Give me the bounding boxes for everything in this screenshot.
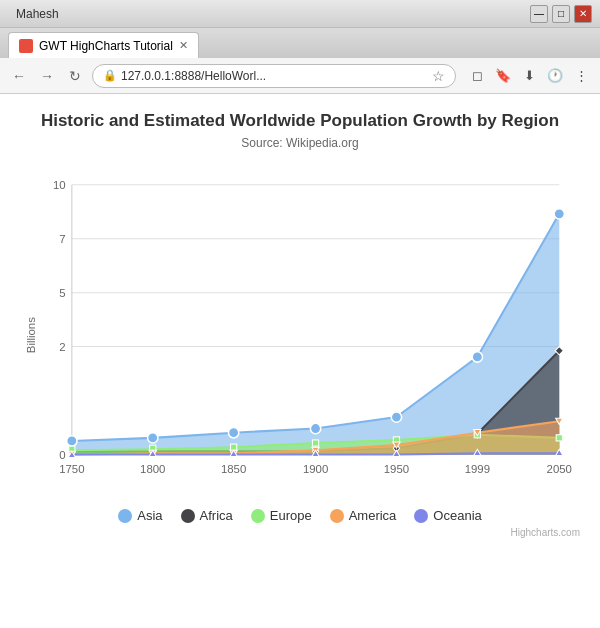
svg-text:7: 7 xyxy=(59,233,65,245)
svg-text:1850: 1850 xyxy=(221,463,246,475)
america-legend-label: America xyxy=(349,508,397,523)
svg-text:10: 10 xyxy=(53,179,66,191)
url-input[interactable]: 🔒 127.0.0.1:8888/HelloWorl... ☆ xyxy=(92,64,456,88)
asia-marker-1900 xyxy=(310,423,320,433)
asia-legend-icon xyxy=(118,509,132,523)
svg-text:1800: 1800 xyxy=(140,463,165,475)
active-tab[interactable]: GWT HighCharts Tutorial ✕ xyxy=(8,32,199,58)
asia-marker-1950 xyxy=(391,412,401,422)
legend-oceania[interactable]: Oceania xyxy=(414,508,481,523)
address-bar: ← → ↻ 🔒 127.0.0.1:8888/HelloWorl... ☆ ◻ … xyxy=(0,58,600,94)
tab-close-icon[interactable]: ✕ xyxy=(179,39,188,52)
y-axis-label: Billions xyxy=(25,317,37,353)
svg-text:1900: 1900 xyxy=(303,463,328,475)
forward-button[interactable]: → xyxy=(36,65,58,87)
reload-button[interactable]: ↻ xyxy=(64,65,86,87)
svg-text:2: 2 xyxy=(59,341,65,353)
svg-text:1750: 1750 xyxy=(59,463,84,475)
legend-africa[interactable]: Africa xyxy=(181,508,233,523)
toolbar-icons: ◻ 🔖 ⬇ 🕐 ⋮ xyxy=(466,65,592,87)
title-bar: Mahesh — □ ✕ xyxy=(0,0,600,28)
window-controls[interactable]: — □ ✕ xyxy=(530,5,592,23)
bookmark-star-icon[interactable]: ☆ xyxy=(432,68,445,84)
chart-legend: Asia Africa Europe America Oceania xyxy=(20,508,580,523)
page-content: Historic and Estimated Worldwide Populat… xyxy=(0,94,600,628)
legend-europe[interactable]: Europe xyxy=(251,508,312,523)
svg-text:1950: 1950 xyxy=(384,463,409,475)
africa-legend-label: Africa xyxy=(200,508,233,523)
europe-marker-1900 xyxy=(312,440,318,446)
chart-subtitle: Source: Wikipedia.org xyxy=(20,136,580,150)
menu-icon[interactable]: ⋮ xyxy=(570,65,592,87)
legend-america[interactable]: America xyxy=(330,508,397,523)
url-text: 127.0.0.1:8888/HelloWorl... xyxy=(121,69,428,83)
asia-marker-1800 xyxy=(148,433,158,443)
tab-favicon-icon xyxy=(19,39,33,53)
svg-text:0: 0 xyxy=(59,449,65,461)
chart-svg: Billions 10 7 5 2 0 1750 1800 1850 1900 … xyxy=(20,160,580,500)
america-legend-icon xyxy=(330,509,344,523)
legend-asia[interactable]: Asia xyxy=(118,508,162,523)
close-button[interactable]: ✕ xyxy=(574,5,592,23)
back-button[interactable]: ← xyxy=(8,65,30,87)
asia-area xyxy=(72,214,559,455)
history-icon[interactable]: 🕐 xyxy=(544,65,566,87)
maximize-button[interactable]: □ xyxy=(552,5,570,23)
asia-marker-1999 xyxy=(472,352,482,362)
download-icon[interactable]: ⬇ xyxy=(518,65,540,87)
oceania-legend-label: Oceania xyxy=(433,508,481,523)
europe-legend-label: Europe xyxy=(270,508,312,523)
bookmark-icon[interactable]: 🔖 xyxy=(492,65,514,87)
asia-marker-1750 xyxy=(67,436,77,446)
oceania-legend-icon xyxy=(414,509,428,523)
europe-legend-icon xyxy=(251,509,265,523)
chart-container: Billions 10 7 5 2 0 1750 1800 1850 1900 … xyxy=(20,160,580,500)
svg-text:1999: 1999 xyxy=(465,463,490,475)
europe-marker-2050 xyxy=(556,435,562,441)
minimize-button[interactable]: — xyxy=(530,5,548,23)
lock-icon: 🔒 xyxy=(103,69,117,82)
chart-credit: Highcharts.com xyxy=(20,527,580,538)
username-label: Mahesh xyxy=(16,7,59,21)
svg-text:2050: 2050 xyxy=(547,463,572,475)
asia-legend-label: Asia xyxy=(137,508,162,523)
svg-text:5: 5 xyxy=(59,287,65,299)
tab-bar: GWT HighCharts Tutorial ✕ xyxy=(0,28,600,58)
extensions-icon[interactable]: ◻ xyxy=(466,65,488,87)
africa-legend-icon xyxy=(181,509,195,523)
tab-title: GWT HighCharts Tutorial xyxy=(39,39,173,53)
asia-marker-2050 xyxy=(554,209,564,219)
asia-marker-1850 xyxy=(228,428,238,438)
chart-title: Historic and Estimated Worldwide Populat… xyxy=(20,110,580,132)
